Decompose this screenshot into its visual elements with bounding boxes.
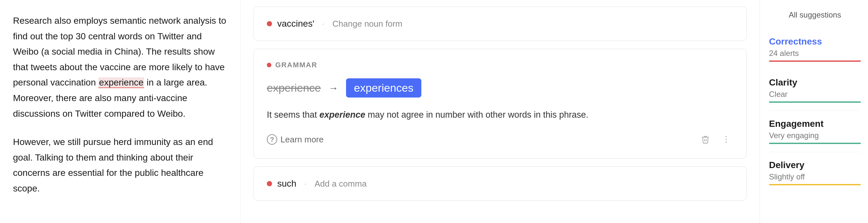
suggestion-action-vaccines: Change noun form <box>332 19 402 29</box>
correction-arrow: → <box>329 83 338 94</box>
svg-point-0 <box>725 136 727 138</box>
correctness-name: Correctness <box>769 36 861 47</box>
correctness-indicator <box>769 60 861 62</box>
paragraph-1-text-before: Research also employs semantic network a… <box>13 16 226 87</box>
learn-more-button[interactable]: ? Learn more <box>267 134 323 145</box>
correctness-value: 24 alerts <box>769 49 861 58</box>
alert-dot-such <box>267 181 272 186</box>
original-word: experience <box>267 82 321 94</box>
sidebar-item-delivery[interactable]: Delivery Slightly off <box>769 152 861 193</box>
paragraph-1: Research also employs semantic network a… <box>13 13 227 121</box>
learn-more-label: Learn more <box>280 135 323 145</box>
svg-point-2 <box>725 142 727 143</box>
correction-row: experience → experiences <box>267 78 733 97</box>
clarity-name: Clarity <box>769 77 861 88</box>
suggestion-card-such[interactable]: such · Add a comma <box>253 166 747 201</box>
sidebar: All suggestions Correctness 24 alerts Cl… <box>760 0 868 223</box>
sidebar-title: All suggestions <box>769 10 861 20</box>
card-icon-group <box>698 132 733 147</box>
suggestion-action-such: Add a comma <box>314 179 367 189</box>
grammar-description: It seems that experience may not agree i… <box>267 108 733 122</box>
suggestion-word-such: such <box>277 178 297 189</box>
learn-more-icon: ? <box>267 134 277 145</box>
sidebar-item-clarity[interactable]: Clarity Clear <box>769 69 861 111</box>
bold-word: experience <box>319 110 365 120</box>
grammar-card: GRAMMAR experience → experiences It seem… <box>253 49 747 159</box>
suggestion-word-vaccines: vaccines' <box>277 19 314 29</box>
engagement-bar <box>769 143 861 144</box>
editor-panel: Research also employs semantic network a… <box>0 0 240 223</box>
grammar-label: GRAMMAR <box>267 61 733 69</box>
sidebar-item-correctness[interactable]: Correctness 24 alerts <box>769 29 861 69</box>
delivery-bar <box>769 184 861 185</box>
more-options-icon[interactable] <box>719 132 733 147</box>
clarity-bar <box>769 102 861 103</box>
engagement-name: Engagement <box>769 119 861 129</box>
delete-icon[interactable] <box>698 132 713 147</box>
corrected-word: experiences <box>346 78 421 97</box>
svg-point-1 <box>725 139 727 140</box>
suggestion-card-vaccines[interactable]: vaccines' · Change noun form <box>253 6 747 41</box>
suggestions-panel: vaccines' · Change noun form GRAMMAR exp… <box>240 0 760 223</box>
separator: · <box>322 19 324 29</box>
highlighted-word: experience <box>98 77 144 88</box>
clarity-value: Clear <box>769 90 861 99</box>
sidebar-item-engagement[interactable]: Engagement Very engaging <box>769 111 861 152</box>
engagement-value: Very engaging <box>769 131 861 140</box>
card-actions: ? Learn more <box>267 132 733 147</box>
paragraph-2: However, we still pursue herd immunity a… <box>13 134 227 196</box>
alert-dot <box>267 21 272 26</box>
delivery-name: Delivery <box>769 160 861 170</box>
separator-such: · <box>304 178 307 189</box>
delivery-value: Slightly off <box>769 172 861 182</box>
